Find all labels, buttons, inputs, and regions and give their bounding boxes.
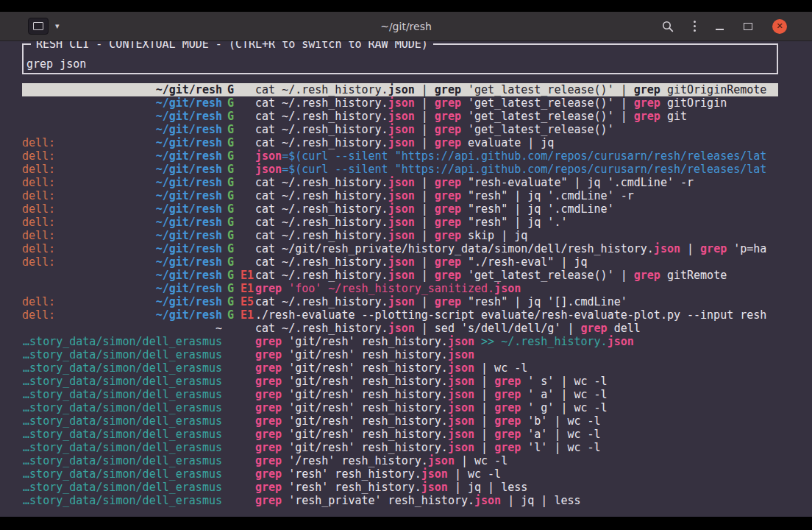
command-segment: grep	[435, 96, 461, 110]
status-flags: GE1	[222, 282, 255, 295]
directory-label: …story_data/simon/dell_erasmus	[23, 361, 222, 375]
git-flag: G	[227, 216, 234, 229]
command-segment: json	[448, 348, 474, 361]
history-row[interactable]: …story_data/simon/dell_erasmusgrep 'resh…	[22, 494, 778, 507]
command-segment: grep	[255, 428, 282, 441]
directory-label: ~/git/resh	[156, 96, 222, 110]
command-segment: 'git/resh' resh_history.	[282, 441, 448, 454]
history-row[interactable]: …story_data/simon/dell_erasmusgrep 'git/…	[22, 401, 778, 414]
command-segment: json	[255, 163, 282, 176]
history-row[interactable]: …story_data/simon/dell_erasmusgrep 'resh…	[22, 467, 778, 481]
command-text: grep 'git/resh' resh_history.json | grep…	[255, 441, 778, 454]
history-row[interactable]: dell:~/git/reshGcat ~/.resh_history.json…	[22, 216, 778, 229]
directory-label: ~/git/resh	[156, 176, 222, 189]
history-row[interactable]: dell:~/git/reshGcat ~/.resh_history.json…	[22, 176, 778, 189]
history-row[interactable]: dell:~/git/reshGcat ~/.resh_history.json…	[22, 229, 778, 242]
history-row[interactable]: dell:~/git/reshGcat ~/.resh_history.json…	[22, 189, 778, 202]
host-dir-column: dell:~/git/resh	[22, 308, 222, 322]
new-terminal-button[interactable]	[28, 18, 49, 35]
command-segment: "resh" | jq '.cmdLine' -r	[461, 189, 634, 202]
search-button[interactable]	[662, 21, 674, 32]
directory-label: ~/git/resh	[156, 202, 222, 216]
command-segment: gitRemote	[660, 269, 727, 282]
status-flags: G	[222, 189, 255, 202]
command-segment: 'git/resh' resh_history.	[282, 414, 448, 428]
host-dir-column: dell:~/git/resh	[22, 189, 222, 202]
command-segment: |	[474, 414, 494, 428]
history-row[interactable]: …story_data/simon/dell_erasmusgrep 'git/…	[22, 428, 778, 441]
chevron-down-icon[interactable]: ▾	[55, 22, 60, 30]
history-row[interactable]: dell:~/git/reshGcat ~/.resh_history.json…	[22, 255, 778, 269]
history-row[interactable]: …story_data/simon/dell_erasmusgrep 'resh…	[22, 481, 778, 494]
history-row[interactable]: …story_data/simon/dell_erasmusgrep 'git/…	[22, 348, 778, 361]
history-row[interactable]: …story_data/simon/dell_erasmusgrep 'git/…	[22, 388, 778, 401]
directory-label: ~/git/resh	[156, 189, 222, 202]
command-text: cat ~/.resh_history.json | grep "resh" |…	[255, 189, 778, 202]
command-segment: cat ~/.resh_history.	[255, 189, 388, 202]
command-segment: grep	[255, 414, 282, 428]
history-list: ~/git/reshGcat ~/.resh_history.json | gr…	[22, 83, 778, 507]
history-row[interactable]: ~/git/reshGcat ~/.resh_history.json | gr…	[22, 83, 778, 96]
status-flags: G	[222, 255, 255, 269]
minimize-button[interactable]	[716, 26, 724, 27]
history-row[interactable]: …story_data/simon/dell_erasmusgrep 'git/…	[22, 335, 778, 348]
command-text: grep 'git/resh' resh_history.json | grep…	[255, 428, 778, 441]
command-segment: json	[388, 269, 415, 282]
host-label: dell:	[22, 255, 55, 269]
command-segment: json	[448, 441, 474, 454]
git-flag: G	[227, 255, 234, 269]
history-row[interactable]: …story_data/simon/dell_erasmusgrep 'git/…	[22, 441, 778, 454]
command-segment: 'b' | wc -l	[521, 414, 600, 428]
command-segment: grep	[634, 96, 660, 110]
history-row[interactable]: dell:~/git/reshGcat ~/git/resh_private/h…	[22, 242, 778, 255]
command-segment: | sed 's/dell/dell/g' |	[415, 322, 581, 335]
menu-button[interactable]	[694, 21, 697, 32]
command-segment: "resh" | jq '.'	[461, 216, 568, 229]
history-row[interactable]: ~/git/reshGcat ~/.resh_history.json | gr…	[22, 110, 778, 123]
command-segment: json	[388, 202, 415, 216]
search-query-input[interactable]: grep json	[26, 57, 86, 71]
restore-button[interactable]	[744, 23, 752, 30]
history-row[interactable]: dell:~/git/reshGE1./resh-evaluate --plot…	[22, 308, 778, 322]
history-row[interactable]: dell:~/git/reshGcat ~/.resh_history.json…	[22, 136, 778, 149]
command-segment: grep	[435, 229, 461, 242]
host-label: dell:	[22, 149, 55, 163]
history-row[interactable]: …story_data/simon/dell_erasmusgrep 'git/…	[22, 414, 778, 428]
history-row[interactable]: dell:~/git/reshGjson=$(curl --silent "ht…	[22, 149, 778, 163]
command-segment: |	[474, 388, 494, 401]
history-row[interactable]: dell:~/git/reshGjson=$(curl --silent "ht…	[22, 163, 778, 176]
command-text: grep 'foo' ~/resh_history_sanitized.json	[255, 282, 778, 295]
history-row[interactable]: dell:~/git/reshGE5cat ~/.resh_history.js…	[22, 295, 778, 308]
history-row[interactable]: ~/git/reshGE1grep 'foo' ~/resh_history_s…	[22, 282, 778, 295]
history-row[interactable]: ~/git/reshGcat ~/.resh_history.json | gr…	[22, 96, 778, 110]
git-flag: G	[227, 163, 234, 176]
git-flag: G	[227, 282, 234, 295]
command-segment: json	[388, 322, 415, 335]
command-segment: 'get_latest_release()'	[461, 123, 614, 136]
status-flags: G	[222, 202, 255, 216]
command-text: grep 'resh_private' resh_history.json | …	[255, 494, 778, 507]
host-label: dell:	[22, 136, 55, 149]
history-row[interactable]: ~cat ~/.resh_history.json | sed 's/dell/…	[22, 322, 778, 335]
directory-label: ~/git/resh	[156, 295, 222, 308]
history-row[interactable]: dell:~/git/reshGcat ~/.resh_history.json…	[22, 202, 778, 216]
command-segment: cat ~/.resh_history.	[255, 123, 388, 136]
history-row[interactable]: ~/git/reshGE1cat ~/.resh_history.json | …	[22, 269, 778, 282]
error-flag: E1	[241, 282, 254, 295]
history-row[interactable]: …story_data/simon/dell_erasmusgrep 'git/…	[22, 361, 778, 375]
status-flags: GE1	[222, 308, 255, 322]
history-row[interactable]: ~/git/reshGcat ~/.resh_history.json | gr…	[22, 123, 778, 136]
history-row[interactable]: …story_data/simon/dell_erasmusgrep 'git/…	[22, 375, 778, 388]
command-segment: json	[388, 189, 415, 202]
host-label: dell:	[22, 163, 55, 176]
command-segment: grep	[255, 361, 282, 375]
close-button[interactable]: ✕	[772, 19, 787, 34]
command-segment: |	[474, 375, 494, 388]
command-segment: | jq | less	[501, 494, 580, 507]
host-dir-column: …story_data/simon/dell_erasmus	[22, 388, 222, 401]
history-row[interactable]: …story_data/simon/dell_erasmusgrep '/res…	[22, 454, 778, 467]
command-segment: |	[680, 242, 700, 255]
command-segment: 'git/resh' resh_history.	[282, 361, 448, 375]
host-dir-column: dell:~/git/resh	[22, 149, 222, 163]
git-flag: G	[227, 229, 234, 242]
